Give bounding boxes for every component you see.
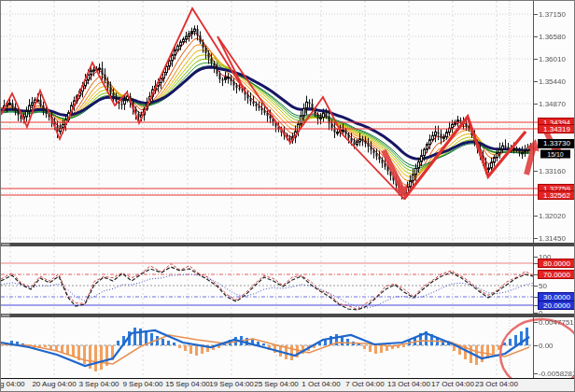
panel-grip-1[interactable] — [1, 243, 10, 246]
indicator-level-label: 50 — [539, 282, 547, 290]
oscillator-level-label: -0.0058281 — [539, 370, 575, 378]
chart-canvas[interactable] — [1, 1, 575, 392]
oscillator-level-label: 0.0047751 — [539, 318, 574, 327]
indicator-level-label: 70.0000 — [538, 270, 575, 279]
level-price-label: 1.32562 — [538, 190, 575, 200]
y-axis-tick: 1.37150 — [539, 10, 566, 19]
y-axis-tick: 1.36580 — [539, 33, 566, 41]
time-axis-label: ug 04:00 — [0, 380, 25, 388]
indicator-level-label: 20.0000 — [538, 301, 575, 310]
panel-grip-2[interactable] — [1, 314, 10, 317]
oscillator-level-label: 0.00 — [539, 342, 554, 350]
price-axis-divider — [533, 1, 534, 378]
level-price-label: 1.34319 — [538, 124, 575, 133]
y-axis-tick: 1.36010 — [539, 55, 566, 63]
y-axis-tick: 1.32020 — [539, 212, 566, 220]
panel-separator-2[interactable] — [1, 314, 575, 317]
y-axis-tick: 1.35440 — [539, 77, 566, 86]
time-axis-label: 1 Oct 04:00 — [302, 380, 340, 388]
time-axis-label: 13 Oct 04:00 — [387, 380, 430, 388]
indicator-level-label: 0 — [539, 309, 542, 317]
time-axis-label: 23 Oct 04:00 — [475, 380, 518, 388]
trading-terminal-chart: 1.371501.365801.360101.354401.348701.331… — [0, 0, 575, 392]
time-axis-label: 17 Oct 04:00 — [431, 380, 474, 388]
time-axis-label: 3 Sep 04:00 — [78, 380, 119, 388]
y-axis-tick: 1.34870 — [539, 100, 566, 108]
y-axis-tick: 1.31450 — [539, 234, 566, 243]
time-axis-label: 19 Sep 04:00 — [209, 380, 254, 388]
current-price-sub-label: 15/10 — [540, 150, 570, 159]
time-axis-label: 25 Sep 04:00 — [254, 380, 299, 388]
time-axis-label: 7 Oct 04:00 — [345, 380, 384, 388]
y-axis-tick: 1.33160 — [539, 167, 566, 175]
time-axis-label: 15 Sep 04:00 — [165, 380, 210, 388]
time-axis-label: 9 Sep 04:00 — [122, 380, 162, 388]
indicator-level-label: 80.0000 — [538, 259, 575, 268]
time-axis-label: 20 Aug 04:00 — [32, 380, 76, 388]
panel-separator-1[interactable] — [1, 243, 575, 246]
current-price-label: 1.33730 — [538, 139, 575, 148]
